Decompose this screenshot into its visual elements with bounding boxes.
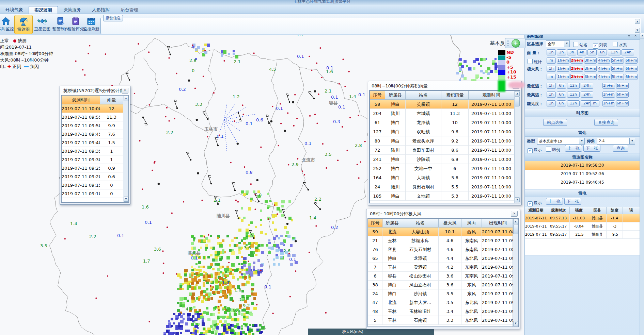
sidebar-rain-4h-button[interactable]: 4h — [577, 49, 586, 55]
menu-tab-weathermod[interactable]: 人影指挥 — [87, 6, 115, 13]
close-icon[interactable]: ✕ — [122, 88, 128, 94]
column-header[interactable]: 观测日期 — [525, 207, 547, 214]
column-header[interactable]: 所属县 — [382, 219, 402, 228]
prev-image-button[interactable]: 上一张 — [565, 145, 582, 152]
sidebar-tmin-6h-button[interactable]: 6h — [557, 83, 566, 89]
sidebar-rain-6h-button[interactable]: 6h — [598, 49, 607, 55]
sidebar-rain-3h-button[interactable]: 3h — [567, 49, 576, 55]
radar-image-item[interactable]: 2019-07-11 09:58:30 — [525, 161, 640, 170]
scroll-down-icon[interactable]: ▼ — [513, 321, 518, 326]
sidebar-stat-1h+m-button[interactable]: 1h+m — [557, 57, 569, 64]
column-header[interactable]: 误 — [623, 207, 640, 214]
radar-elevation-dropdown[interactable]: 2.4▼ — [597, 138, 635, 145]
sidebar-wind2-5h+m-button[interactable]: 5h+m — [611, 74, 624, 80]
column-header[interactable]: 强度 — [570, 207, 588, 214]
scroll-down-icon[interactable]: ▼ — [124, 197, 128, 202]
drag-grip-icon[interactable] — [507, 40, 509, 47]
alarm-scroll-down[interactable]: ▼ — [635, 28, 640, 33]
table-row[interactable]: 21玉林苏烟水库4.6东南风2019-07-11 09:49 — [368, 236, 518, 245]
table-row[interactable]: 241博白沙陂镇6.92019-07-11 10:00 — [370, 155, 520, 164]
sidebar-wind1-1h-button[interactable]: 1h — [547, 66, 556, 72]
table-row[interactable]: 6容县松山沙田村3.6东南风2019-07-11 09:59 — [368, 272, 518, 281]
table-row[interactable]: 58博白英桥镇122019-07-11 10:00 — [370, 100, 520, 109]
checkbox-lightning-show[interactable]: ✔显示 — [528, 199, 542, 206]
toolbar-radar-map-button[interactable]: 雷达图 — [14, 15, 33, 34]
sidebar-wind2-3h+m-button[interactable]: 3h+m — [584, 74, 597, 80]
table-row[interactable]: 2019-07-11 09:301 — [62, 155, 128, 164]
table-row[interactable]: 2019-07-11 09:401.5 — [62, 138, 128, 147]
sidebar-wind1-3h+m-button[interactable]: 3h+m — [584, 66, 597, 72]
checkbox-station-names[interactable]: 站名 — [573, 41, 587, 48]
sidebar-wind2-6h+m-button[interactable]: 6h+m — [625, 74, 638, 80]
checkbox-radar-legend[interactable]: 图例 — [546, 146, 560, 153]
sidebar-tmin-1h+m-button[interactable]: 1h+m — [602, 83, 615, 89]
sidebar-stat-4h+m-button[interactable]: 4h+m — [598, 57, 610, 64]
sidebar-wind1-1h+m-button[interactable]: 1h+m — [557, 66, 569, 72]
sidebar-vis-m-button[interactable]: m — [590, 100, 599, 106]
menu-tab-decision[interactable]: 决策服务 — [58, 6, 87, 13]
scroll-up-icon[interactable]: ▲ — [124, 96, 128, 101]
close-icon[interactable]: ✕ — [511, 211, 518, 217]
sidebar-rain-12h-button[interactable]: 12h — [608, 49, 621, 55]
sidebar-tmin-1h-button[interactable]: 1h — [547, 83, 556, 89]
sidebar-rain-5h-button[interactable]: 5h — [587, 49, 597, 55]
table-row[interactable]: 24博白沙河镇3.5东风2019-07-11 09:46 — [368, 289, 518, 298]
next-image-button[interactable]: 下一张 — [564, 198, 581, 205]
table-row[interactable]: 2019-07-11 09:100 — [62, 189, 128, 198]
sidebar-wind1-6h+m-button[interactable]: 6h+m — [625, 66, 638, 72]
column-header[interactable]: 风向 — [461, 219, 482, 228]
radar-image-item[interactable]: 2019-07-11 09:46:45 — [525, 178, 640, 187]
sidebar-stat-2h+m-button[interactable]: 2h+m — [570, 57, 583, 64]
query-button[interactable]: 查询 — [613, 145, 628, 152]
table-row[interactable]: 2019-07-11 09:5511.3 — [62, 113, 128, 121]
page-scrollbar[interactable]: ▲ — [640, 33, 644, 335]
table-row[interactable]: 204陆川古城镇11.32019-07-11 10:00 — [370, 109, 520, 118]
sidebar-stat-5h+m-button[interactable]: 5h+m — [611, 57, 624, 64]
table-row[interactable]: 59北流大容山顶10.1西风2019-07-11 08:47 — [368, 228, 518, 236]
sidebar-wind1-2h+m-button[interactable]: 2h+m — [570, 66, 583, 72]
table-row[interactable]: 72陆川良田车田村8.62019-07-11 10:00 — [370, 146, 520, 155]
radar-image-item[interactable]: 2019-07-11 09:52:36 — [525, 170, 640, 179]
sidebar-tmax-1h+m-button[interactable]: 1h+m — [602, 91, 615, 98]
radar-type-dropdown[interactable]: 基本反射率19▼ — [537, 138, 585, 145]
scroll-thumb[interactable] — [515, 96, 520, 106]
sidebar-wind2-2h+m-button[interactable]: 2h+m — [570, 74, 583, 80]
sidebar-wind2-1h+m-button[interactable]: 1h+m — [557, 74, 569, 80]
sidebar-stat-3h+m-button[interactable]: 3h+m — [584, 57, 597, 64]
sidebar-wind2-m-button[interactable]: m — [547, 74, 556, 80]
column-header[interactable]: 雨量 — [100, 96, 123, 104]
table-row[interactable]: 76容县石头石剑村4.6东南风2019-07-11 08:08 — [368, 245, 518, 254]
dialog-scrollbar[interactable]: ▲ ▼ — [513, 219, 518, 326]
sidebar-tmax-1h-button[interactable]: 1h — [547, 91, 556, 98]
dialog-scrollbar[interactable]: ▲ ▼ — [123, 96, 128, 202]
table-row[interactable]: 185博白文地镇5.32019-07-11 10:00 — [370, 191, 520, 201]
table-row[interactable]: 2019-07-11 09:509.9 — [62, 121, 128, 130]
sidebar-vis-12h-button[interactable]: 12h — [567, 100, 580, 106]
column-header[interactable]: 极大风 — [439, 219, 461, 228]
column-header[interactable]: 序号 — [368, 219, 382, 228]
sidebar-tmin-12h-button[interactable]: 12h — [567, 83, 580, 89]
sidebar-vis-6h+m-button[interactable]: 6h+m — [616, 100, 629, 106]
next-image-button[interactable]: 下一张 — [583, 145, 600, 152]
sidebar-tmax-24h-button[interactable]: 24h — [581, 91, 593, 98]
column-header[interactable]: 所属县 — [385, 91, 406, 100]
dialog-scrollbar[interactable]: ▲ ▼ — [514, 91, 520, 203]
station-select-button[interactable]: 站点选择 — [543, 119, 567, 126]
sidebar-stat-m-button[interactable]: m — [547, 57, 556, 64]
column-header[interactable]: 累积雨量 — [441, 91, 469, 100]
scroll-thumb[interactable] — [513, 224, 518, 234]
table-row[interactable]: 24陆川良田石垌村5.52019-07-11 10:00 — [370, 182, 520, 191]
column-header[interactable]: 序号 — [370, 91, 385, 100]
sidebar-wind2-4h+m-button[interactable]: 4h+m — [598, 74, 610, 80]
table-row[interactable]: 127博白双旺镇9.62019-07-11 10:00 — [370, 127, 520, 136]
sidebar-wind1-4h+m-button[interactable]: 4h+m — [598, 66, 610, 72]
table-row[interactable]: 2019-07-1109:57:13-11.03博白县-1.4 — [525, 214, 640, 222]
table-row[interactable]: 2019-07-11 10:0012 — [62, 104, 128, 113]
sidebar-tmax-12h-button[interactable]: 12h — [567, 91, 580, 98]
table-row[interactable]: 61博白龙潭镇102019-07-11 10:00 — [370, 118, 520, 127]
scroll-up-icon[interactable]: ▲ — [640, 33, 644, 38]
checkbox-list[interactable]: ✔列表 — [593, 41, 607, 49]
table-row[interactable]: 2019-07-11 09:250.9 — [62, 164, 128, 172]
add-legend-button[interactable]: + — [512, 39, 520, 48]
alarm-scroll-up[interactable]: ▲ — [635, 19, 640, 24]
